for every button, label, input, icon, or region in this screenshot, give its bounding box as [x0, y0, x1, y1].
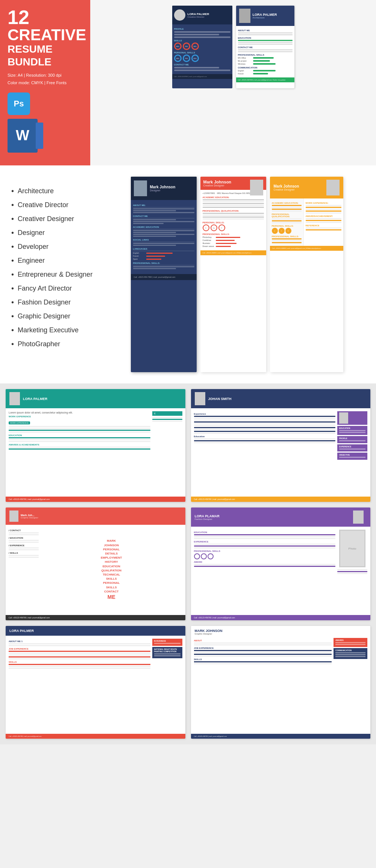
rt5-right-skills: NATIONAL RIGHT ROUTE PAINTING COMPETITIO… [152, 647, 182, 658]
rt3-big-text: MARKJOHNSONPERSONALDETAILSEMPLOYMENTHIST… [101, 539, 122, 601]
rcw-name: LORA PALMER [253, 13, 277, 17]
list-item-fashion: Fashion Designer [11, 295, 102, 309]
feature-list: Architecture Creative Director Creativer… [8, 177, 105, 372]
contact-label-dark: CONTACT ME [174, 64, 230, 66]
list-item-architecture: Architecture [11, 184, 102, 198]
rp-light-phone: +12345678901 [203, 192, 215, 194]
rt3-contact: / CONTACT [9, 529, 39, 532]
footer-text-dark: Call: +0023-4567890 | mail: yourmail@gma… [174, 76, 230, 77]
resume-footer-dark: Call: +0023-4567890 | mail: yourmail@gma… [172, 74, 232, 79]
rp-light-body: +12345678901 6851 Warrens Road Glasgow G… [200, 190, 266, 250]
rt4-right: Photo [337, 530, 367, 612]
rt6-comm-block: COMMUNICATION [334, 648, 367, 659]
resume-preview-top: LORA PALMER Creative Director PROFILE SK… [90, 0, 376, 165]
left-panel: 12 CREATIVE RESUME BUNDLE Size: A4 | Res… [0, 0, 90, 165]
rt1-right-title: C [154, 412, 180, 415]
rp-wide-skill-circles: C T R [272, 228, 302, 234]
thumb-lora-teal: LORA PALMER Lorem ipsum dolor sit amet, … [6, 389, 185, 502]
rp-about-section: ABOUT ME: [133, 204, 194, 208]
rp-wide-work: WORK EXPERIENCE: [306, 202, 341, 204]
rt2-header: JOHAN SMITH [191, 389, 371, 408]
resume-previews-middle: Mark Johnson Designer ABOUT ME: CONTACT … [105, 177, 368, 372]
rt5-name: LORA PALMER [9, 629, 34, 633]
rp-wskill-3: R [285, 228, 291, 234]
rt4-person-photo: Photo [339, 530, 365, 567]
rcw-lang-2: French [238, 73, 293, 75]
rp-lang-spanish: Spain [133, 258, 194, 260]
ps-badge: Ps [8, 92, 30, 115]
rcw-contact-1 [238, 49, 293, 50]
rt4-experience: EXPERIENCE [194, 541, 336, 543]
rp-wskill-2: T [279, 228, 285, 234]
list-item-photographer: PhotoGrapher [11, 337, 102, 351]
rp-pskill-1: C [203, 224, 209, 231]
rp-wide-footer: Call: +00123-456890 | mail: yourmail@gma… [270, 246, 343, 251]
rp-wide-right: WORK EXPERIENCE: AWARDS/ACHIEVEMENT: REF… [304, 198, 343, 246]
rcw-footer: Call: +00123-4567890 | mail: yourmail@gm… [236, 77, 294, 82]
rt5-right-edu: IN BUSINESS [152, 639, 182, 646]
rt1-footer: Call: +00123-456790 | mail: yourmail@gma… [6, 497, 185, 502]
rt3-experience: / EXPERIENCE [9, 544, 39, 547]
rp-social-section: SOCIAL LINKS [133, 239, 194, 242]
rt5-national-label: NATIONAL RIGHT ROUTE PAINTING COMPETITIO… [154, 648, 180, 653]
rt3-subtitle: Graphic Designer [21, 517, 38, 519]
list-item-developer: Developer [11, 240, 102, 254]
personal-skill-circle-2: 75% [183, 55, 190, 62]
thumb-lora-purple: LORA PLAMAR Fashion Designer EDUCATION E… [191, 507, 371, 620]
list-item-marketing: Marketing Executive [11, 323, 102, 337]
rt3-body: / CONTACT / EDUCATION / EXPERIENCE / SKI… [6, 525, 185, 615]
profile-line-2 [174, 34, 219, 35]
rt3-footer-text: Call: +00123-456790 | mail: yourmail@gma… [9, 617, 182, 619]
rp-light-skill-4: Dream weave [203, 245, 264, 247]
rt4-education: EDUCATION [194, 531, 336, 533]
resume-subtitle-dark: Creative Director [188, 16, 209, 18]
rp-prof-skills-section: PROFESSIONAL SKILLS: [133, 262, 194, 265]
personal-skill-circle-3: 65% [191, 55, 199, 62]
rp-light-skill-3: Illustrator [203, 242, 264, 244]
skill-circle-2: 70% [183, 42, 190, 50]
rp-dark-footer: Call: +0023-456-7890 | mail: yourmail@gm… [131, 274, 197, 280]
rp-dark-header: Mark Johnson Designer [131, 177, 197, 200]
skill-circle-3: 90% [191, 42, 199, 50]
rp-dark-title: Designer [150, 189, 176, 192]
rcw-comm: COMMUNICATION [238, 67, 293, 69]
rcw-skills: PROFESSIONAL SKILLS [238, 54, 293, 56]
rcw-subtitle: Architecture [253, 17, 277, 19]
rt3-education: / EDUCATION [9, 537, 39, 539]
rt2-experience: Experience [194, 413, 336, 415]
rt5-job-exp: JOB EXPERIENCE [9, 648, 150, 650]
rp-light-header: Mark Johnson Creative Designer [200, 177, 266, 190]
rt4-footer-text: Call: +00123-456790 | mail: yourmail@gma… [194, 617, 368, 619]
rt2-exp-block: EXPERIENCE [337, 444, 367, 451]
rt2-photo-2 [339, 412, 365, 424]
rt2-footer-text: Call: +00123-456790 | mail: yourmail@gma… [194, 498, 368, 500]
rt6-awards-block: AWARDS [334, 638, 367, 647]
rcw-body: ABOUT ME EDUCATION CONTACT ME PROFESSION… [236, 26, 294, 77]
rp-wide-prof-skills: PROFESSIONAL SKILLS: [272, 235, 302, 238]
rp-lang-english: English [133, 252, 194, 254]
list-item-entrepreneur: Entrepreneur & Designer [11, 268, 102, 282]
rcw-contact-2 [238, 51, 293, 52]
personal-skills-label: PERSONAL SKILLS [174, 52, 230, 54]
rt3-footer: Call: +00123-456790 | mail: yourmail@gma… [6, 615, 185, 620]
rt6-about: ABOUT [194, 639, 332, 642]
rp-footer-text: Call: +0023-456-7890 | mail: yourmail@gm… [134, 276, 194, 278]
rt2-profile-label: PROFILE [339, 437, 365, 439]
rp-light-skill-1: Photoshop [203, 236, 264, 238]
rt6-footer-text: Call: +00123-456790 | mail: yourmail@gma… [194, 735, 368, 737]
rt6-skills: SKILLS [194, 658, 332, 660]
rp-contact-section: CONTACT ME [133, 215, 194, 218]
rt1-body: Lorem ipsum dolor sit amet, consectetur … [6, 408, 185, 497]
resume-photo-dark [174, 9, 185, 21]
thumb-johan: JOHAN SMITH Experience Education [191, 389, 371, 502]
rt4-footer: Call: +00123-456790 | mail: yourmail@gma… [191, 615, 371, 620]
rp-wide-left: ACADEMIC EDUCATION: PROFESSIONAL QUALIFI… [270, 198, 304, 246]
rt2-education: Education [194, 435, 336, 438]
rcw-header: LORA PALMER Architecture [236, 6, 294, 26]
rcw-skill-3: Windows [238, 63, 293, 65]
rp-pskill-3: T [218, 224, 225, 231]
thumb-mark-bottom: MARK JOHNSON Graphic Designer ABOUT JOB … [191, 626, 371, 739]
rt2-objective-block: OBJECTIVE [337, 453, 367, 460]
rp-qualification-section: ACADEMIC EDUCATION [133, 226, 194, 229]
rcw-lang-1: English [238, 70, 293, 72]
